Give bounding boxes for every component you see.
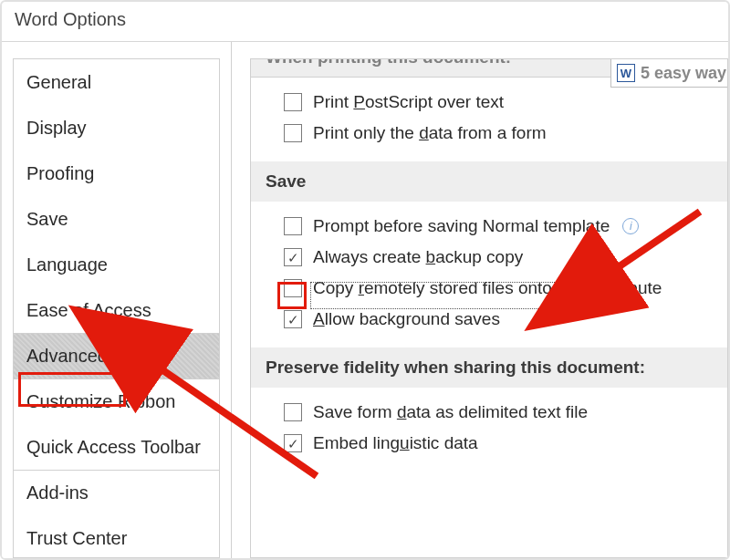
doc-selector[interactable]: W 5 easy way [610, 58, 728, 88]
nav-language[interactable]: Language [14, 242, 219, 287]
opt-always-backup-copy[interactable]: Always create backup copy [251, 242, 727, 273]
window-title: Word Options [2, 2, 728, 42]
opt-embed-linguistic-data[interactable]: Embed linguistic data [251, 428, 727, 459]
section-printing-header: When printing this document: W 5 easy wa… [251, 58, 727, 78]
opt-save-form-data-delimited[interactable]: Save form data as delimited text file [251, 397, 727, 428]
preserve-options: Save form data as delimited text file Em… [251, 388, 727, 472]
opt-print-postscript[interactable]: Print PostScript over text [251, 87, 727, 118]
checkbox-icon[interactable] [284, 217, 302, 235]
opt-label: Save form data as delimited text file [313, 402, 588, 422]
opt-copy-remote-files[interactable]: Copy remotely stored files onto your com… [251, 273, 727, 304]
opt-print-data-only[interactable]: Print only the data from a form [251, 118, 727, 149]
section-preserve-header: Preserve fidelity when sharing this docu… [251, 347, 727, 388]
opt-label: Always create backup copy [313, 247, 523, 267]
checkbox-icon[interactable] [284, 279, 302, 297]
section-save-header: Save [251, 161, 727, 202]
checkbox-icon[interactable] [284, 248, 302, 266]
category-nav: General Display Proofing Save Language E… [2, 42, 232, 558]
opt-label: Print PostScript over text [313, 92, 504, 112]
nav-display[interactable]: Display [14, 105, 219, 150]
nav-customize-ribbon[interactable]: Customize Ribbon [14, 379, 219, 424]
nav-save[interactable]: Save [14, 196, 219, 242]
nav-add-ins[interactable]: Add-ins [14, 470, 219, 515]
opt-label: Allow background saves [313, 309, 500, 329]
nav-quick-access-toolbar[interactable]: Quick Access Toolbar [14, 424, 219, 470]
info-icon[interactable]: i [622, 218, 639, 234]
section-printing-label: When printing this document: [266, 58, 511, 67]
opt-label: Print only the data from a form [313, 123, 547, 143]
nav-proofing[interactable]: Proofing [14, 150, 219, 196]
nav-trust-center[interactable]: Trust Center [14, 515, 219, 560]
opt-allow-background-saves[interactable]: Allow background saves [251, 304, 727, 335]
checkbox-icon[interactable] [284, 310, 302, 328]
settings-panel: When printing this document: W 5 easy wa… [232, 42, 728, 558]
opt-prompt-normal-template[interactable]: Prompt before saving Normal template i [251, 211, 727, 242]
nav-general[interactable]: General [14, 59, 219, 105]
opt-label: Embed linguistic data [313, 433, 478, 453]
opt-label: Prompt before saving Normal template [313, 216, 610, 236]
checkbox-icon[interactable] [284, 93, 302, 111]
checkbox-icon[interactable] [284, 124, 302, 142]
word-doc-icon: W [617, 64, 635, 82]
nav-advanced[interactable]: Advanced [14, 333, 219, 379]
checkbox-icon[interactable] [284, 403, 302, 421]
checkbox-icon[interactable] [284, 434, 302, 452]
opt-label: Copy remotely stored files onto your com… [313, 278, 662, 298]
save-options: Prompt before saving Normal template i A… [251, 202, 727, 347]
nav-ease-of-access[interactable]: Ease of Access [14, 287, 219, 333]
content-area: General Display Proofing Save Language E… [2, 42, 728, 558]
printing-options: Print PostScript over text Print only th… [251, 78, 727, 161]
doc-selector-text: 5 easy way [641, 64, 726, 83]
